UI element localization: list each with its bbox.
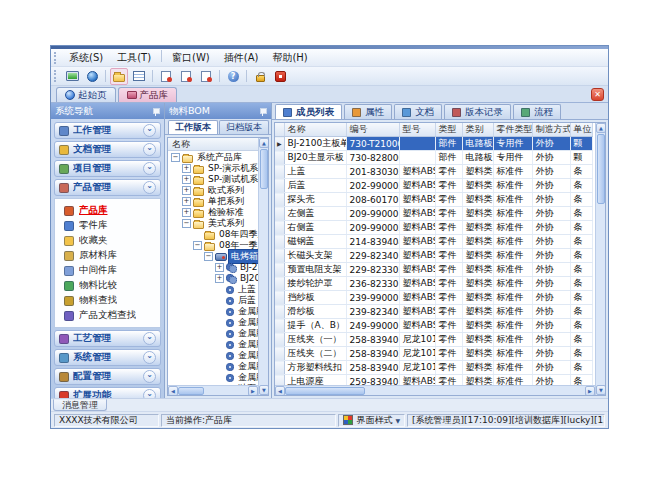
- expander-icon[interactable]: +: [182, 164, 191, 173]
- tab-版本记录[interactable]: 版本记录: [444, 104, 511, 119]
- sidebar-item-零件库[interactable]: 零件库: [57, 218, 158, 233]
- menu-item-帮助(H)[interactable]: 帮助(H): [265, 50, 314, 66]
- expander-icon[interactable]: +: [182, 175, 191, 184]
- table-row[interactable]: 左侧盖209-990001-011塑料ABS零件塑料类标准件外协条: [275, 207, 592, 221]
- table-row[interactable]: 滑纱板239-823401-001塑料ABS零件塑料类标准件外协条: [275, 305, 592, 319]
- scroll-thumb[interactable]: [285, 387, 365, 395]
- sidebar-item-物料查找[interactable]: 物料查找: [57, 293, 158, 308]
- scroll-up-icon[interactable]: ▲: [596, 123, 606, 133]
- sidebar-item-产品文档查找[interactable]: 产品文档查找: [57, 308, 158, 323]
- tab-属性[interactable]: 属性: [344, 104, 392, 119]
- table-vertical-scrollbar[interactable]: ▲ ▼: [595, 123, 605, 395]
- table-row[interactable]: 接纱轮护罩236-823301-001塑料ABS零件塑料类标准件外协条: [275, 277, 592, 291]
- tab-起始页[interactable]: 起始页: [56, 87, 116, 102]
- sidebar-group-配置管理[interactable]: 配置管理: [54, 368, 161, 385]
- table-row[interactable]: 上盖201-830302-001塑料ABS零件塑料类标准件外协条: [275, 165, 592, 179]
- sidebar-group-工艺管理[interactable]: 工艺管理: [54, 330, 161, 347]
- table-row[interactable]: 探头壳208-601701-011塑料ABS零件塑料类标准件外协条: [275, 193, 592, 207]
- chevron-down-icon[interactable]: [143, 162, 156, 175]
- table-row[interactable]: 压线夹（一）258-839401-001尼龙1010零件塑料类标准件外协条: [275, 333, 592, 347]
- scroll-right-icon[interactable]: ▶: [585, 386, 595, 396]
- expander-icon[interactable]: +: [182, 197, 191, 206]
- sidebar-group-项目管理[interactable]: 项目管理: [54, 160, 161, 177]
- scroll-left-icon[interactable]: ◀: [168, 386, 178, 396]
- tool-button-grid-icon[interactable]: [130, 68, 148, 85]
- table-row[interactable]: 预置电阻支架229-823302-001塑料ABS零件塑料类标准件外协条: [275, 263, 592, 277]
- expander-icon[interactable]: −: [204, 252, 213, 261]
- tool-button-globe-icon[interactable]: [83, 68, 101, 85]
- table-row[interactable]: 上电源座259-839403-001塑料ABS零件塑料类标准件外协条: [275, 375, 592, 386]
- column-header-单位[interactable]: 单位: [570, 123, 592, 137]
- sidebar-group-工作管理[interactable]: 工作管理: [54, 122, 161, 139]
- scroll-thumb[interactable]: [597, 134, 605, 204]
- scroll-down-icon[interactable]: ▼: [596, 385, 606, 395]
- column-header-型号[interactable]: 型号: [399, 123, 435, 137]
- chevron-down-icon[interactable]: [143, 143, 156, 156]
- chevron-down-icon[interactable]: [143, 389, 156, 398]
- sidebar-item-物料比较[interactable]: 物料比较: [57, 278, 158, 293]
- table-row[interactable]: 提手（A、B）249-990001-011塑料ABS零件塑料类标准件外协条: [275, 319, 592, 333]
- sidebar-item-原材料库[interactable]: 原材料库: [57, 248, 158, 263]
- chevron-down-icon[interactable]: [143, 370, 156, 383]
- tool-button-open-folder-icon[interactable]: [110, 68, 128, 85]
- menu-item-插件(A)[interactable]: 插件(A): [217, 50, 266, 66]
- column-header-名称[interactable]: 名称: [284, 123, 346, 137]
- sidebar-group-产品管理[interactable]: 产品管理: [54, 179, 161, 196]
- tab-文档[interactable]: 文档: [394, 104, 442, 119]
- expander-icon[interactable]: −: [171, 153, 180, 162]
- table-row[interactable]: BJ20主显示板730-828000-041部件电路板专用件外协颗: [275, 151, 592, 165]
- sidebar-group-文档管理[interactable]: 文档管理: [54, 141, 161, 158]
- sidebar-group-扩展功能[interactable]: 扩展功能: [54, 387, 161, 398]
- tab-工作版本[interactable]: 工作版本: [168, 120, 218, 134]
- tab-产品库[interactable]: 产品库: [118, 87, 178, 102]
- table-row[interactable]: 后盖202-990002-011塑料ABS零件塑料类标准件外协条: [275, 179, 592, 193]
- expander-icon[interactable]: −: [182, 219, 191, 228]
- table-row[interactable]: 压线夹（二）258-839402-001尼龙1010零件塑料类标准件外协条: [275, 347, 592, 361]
- column-header-类别[interactable]: 类别: [462, 123, 493, 137]
- tool-button-monitor-icon[interactable]: [63, 68, 81, 85]
- scroll-right-icon[interactable]: ▶: [248, 386, 258, 396]
- expander-icon[interactable]: +: [215, 263, 224, 272]
- table-row[interactable]: ▶BJ-2100主板单点730-T21000-121部件电路板专用件外协颗: [275, 137, 592, 151]
- column-header-制造方式[interactable]: 制造方式: [532, 123, 570, 137]
- column-header-编号[interactable]: 编号: [346, 123, 399, 137]
- scroll-thumb[interactable]: [178, 387, 204, 395]
- scroll-up-icon[interactable]: ▲: [259, 138, 269, 148]
- scroll-left-icon[interactable]: ◀: [275, 386, 285, 396]
- tab-成员列表[interactable]: 成员列表: [275, 104, 342, 119]
- sidebar-group-系统管理[interactable]: 系统管理: [54, 349, 161, 366]
- sidebar-item-收藏夹[interactable]: 收藏夹: [57, 233, 158, 248]
- table-horizontal-scrollbar[interactable]: ◀ ▶: [275, 385, 595, 395]
- tool-button-help-icon[interactable]: [224, 68, 242, 85]
- table-row[interactable]: 挡纱板239-990001-011塑料ABS零件塑料类标准件外协条: [275, 291, 592, 305]
- table-row[interactable]: 磁钢盖214-839404-011塑料ABS零件塑料类标准件外协条: [275, 235, 592, 249]
- tool-button-report-icon-3[interactable]: [197, 68, 215, 85]
- menu-item-窗口(W)[interactable]: 窗口(W): [165, 50, 217, 66]
- table-row[interactable]: 长磁头支架229-823401-001塑料ABS零件塑料类标准件外协条: [275, 249, 592, 263]
- menu-item-工具(T)[interactable]: 工具(T): [110, 50, 158, 66]
- tab-流程[interactable]: 流程: [513, 104, 561, 119]
- expander-icon[interactable]: +: [182, 208, 191, 217]
- chevron-down-icon[interactable]: [143, 351, 156, 364]
- tree-column-header[interactable]: 名称: [168, 138, 268, 151]
- expander-icon[interactable]: −: [193, 241, 202, 250]
- sidebar-item-中间件库[interactable]: 中间件库: [57, 263, 158, 278]
- tool-button-report-icon-1[interactable]: [157, 68, 175, 85]
- chevron-down-icon[interactable]: [143, 124, 156, 137]
- sidebar-item-产品库[interactable]: 产品库: [57, 203, 158, 218]
- menu-item-系统(S)[interactable]: 系统(S): [62, 50, 110, 66]
- tool-button-exit-icon[interactable]: [271, 68, 289, 85]
- pin-icon[interactable]: [258, 107, 267, 116]
- table-row[interactable]: 方形塑料线扣258-839403-001尼龙1010零件塑料类标准件外协条: [275, 361, 592, 375]
- chevron-down-icon[interactable]: [143, 332, 156, 345]
- toolbar-grip[interactable]: [54, 70, 59, 82]
- table-row[interactable]: 右侧盖209-990002-011塑料ABS零件塑料类标准件外协条: [275, 221, 592, 235]
- tool-button-report-icon-2[interactable]: [177, 68, 195, 85]
- ui-style-dropdown[interactable]: 界面样式 ▼: [338, 414, 405, 427]
- tool-button-lock-icon[interactable]: [251, 68, 269, 85]
- scroll-thumb[interactable]: [260, 149, 268, 189]
- expander-icon[interactable]: +: [215, 274, 224, 283]
- tree-vertical-scrollbar[interactable]: ▲ ▼: [258, 138, 268, 395]
- column-header-类型[interactable]: 类型: [435, 123, 462, 137]
- scroll-down-icon[interactable]: ▼: [259, 385, 269, 395]
